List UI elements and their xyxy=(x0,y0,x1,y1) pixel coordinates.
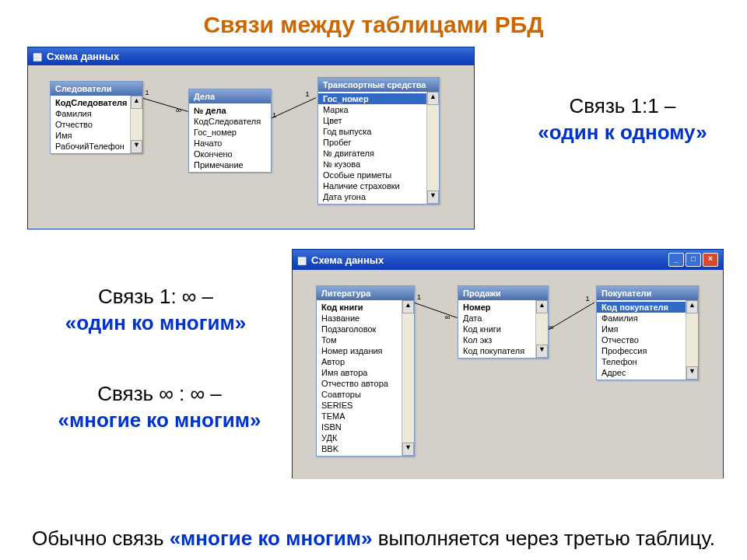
schema-window-2: ▦ Схема данных _ □ × 1 ∞ ∞ 1 Литература … xyxy=(292,249,724,478)
rel-label: 1 xyxy=(145,88,149,96)
field: Код покупателя xyxy=(597,302,686,313)
field: УДК xyxy=(317,432,402,443)
field: КодСледователя xyxy=(189,116,271,127)
table-buyers[interactable]: Покупатели Код покупателя Фамилия Имя От… xyxy=(596,285,699,380)
field: Дата угона xyxy=(318,191,427,202)
field: Номер xyxy=(458,302,536,313)
field: Название xyxy=(317,313,402,324)
scrollbar[interactable]: ▲ ▼ xyxy=(130,96,142,153)
field: Автор xyxy=(317,356,402,367)
field: Код книги xyxy=(317,302,402,313)
field: Код покупателя xyxy=(458,345,536,356)
field: Кол экз xyxy=(458,334,536,345)
app-icon: ▦ xyxy=(297,254,307,266)
field: Имя автора xyxy=(317,367,402,378)
footer-text: выполняется через третью таблицу. xyxy=(373,527,715,550)
footer-note: Обычно связь «многие ко многим» выполняе… xyxy=(0,526,747,552)
field: Примечание xyxy=(189,159,271,170)
rel-label: 1 xyxy=(305,89,310,98)
table-header: Продажи xyxy=(458,286,548,300)
minimize-button[interactable]: _ xyxy=(668,253,684,267)
scroll-down-icon[interactable]: ▼ xyxy=(131,140,142,153)
table-investigators[interactable]: Следователи КодСледователя Фамилия Отчес… xyxy=(50,81,143,154)
caption-manytomany: Связь ∞ : ∞ – «многие ко многим» xyxy=(31,381,288,434)
svg-text:∞: ∞ xyxy=(445,313,451,321)
table-header: Транспортные средства xyxy=(318,78,439,92)
field: Фамилия xyxy=(51,108,131,119)
table-literature[interactable]: Литература Код книги Название Подзаголов… xyxy=(316,285,415,457)
svg-text:∞: ∞ xyxy=(549,323,554,331)
app-icon: ▦ xyxy=(33,51,42,62)
scroll-down-icon[interactable]: ▼ xyxy=(686,366,698,380)
rel-label: 1 xyxy=(272,110,277,119)
table-header: Следователи xyxy=(51,82,142,96)
scrollbar[interactable]: ▲ ▼ xyxy=(686,300,698,380)
field: Отчество xyxy=(51,119,131,130)
caption-text: Связь 1:1 – xyxy=(570,94,676,117)
field: TEMA xyxy=(317,411,402,422)
field: Том xyxy=(317,334,402,345)
field: SERIES xyxy=(317,400,402,411)
window-title: Схема данных xyxy=(47,51,119,62)
scrollbar[interactable]: ▲ ▼ xyxy=(426,92,439,204)
field: Гос_номер xyxy=(318,93,427,104)
caption-text: Связь 1: ∞ – xyxy=(98,285,213,308)
rel-label: ∞ xyxy=(176,106,181,114)
field: № дела xyxy=(189,105,271,116)
svg-line-1 xyxy=(269,98,316,120)
table-cases[interactable]: Дела № дела КодСледователя Гос_номер Нач… xyxy=(188,89,272,173)
window-controls: _ □ × xyxy=(668,253,718,267)
scrollbar[interactable]: ▲ ▼ xyxy=(402,300,414,456)
svg-text:1: 1 xyxy=(417,292,422,301)
svg-line-5 xyxy=(545,303,595,332)
field: Цвет xyxy=(318,115,427,126)
field: Пробег xyxy=(318,137,427,148)
field: Начато xyxy=(189,138,271,149)
field: Адрес xyxy=(597,367,686,378)
scroll-down-icon[interactable]: ▼ xyxy=(427,191,439,204)
field: Окончено xyxy=(189,149,271,159)
svg-text:1: 1 xyxy=(585,294,590,303)
field: № двигателя xyxy=(318,148,427,159)
schema-window-1: ▦ Схема данных 1 ∞ 1 1 Следователи КодСл… xyxy=(27,47,475,229)
field: Марка xyxy=(318,104,427,115)
field: Гос_номер xyxy=(189,127,271,138)
field: Фамилия xyxy=(597,313,686,324)
footer-text: Обычно связь xyxy=(32,527,170,550)
field: ISBN xyxy=(317,422,402,432)
field: № кузова xyxy=(318,159,427,170)
field: Отчество xyxy=(597,334,686,345)
scroll-up-icon[interactable]: ▲ xyxy=(686,300,698,313)
close-button[interactable]: × xyxy=(703,253,718,267)
caption-1to1: Связь 1:1 – «один к одному» xyxy=(514,93,731,146)
scroll-down-icon[interactable]: ▼ xyxy=(536,345,548,358)
caption-text: Связь ∞ : ∞ – xyxy=(97,382,222,405)
field: Имя xyxy=(51,130,131,141)
maximize-button[interactable]: □ xyxy=(686,253,701,267)
field: Профессия xyxy=(597,345,686,356)
scroll-up-icon[interactable]: ▲ xyxy=(536,300,548,313)
field: Имя xyxy=(597,324,686,334)
table-header: Дела xyxy=(189,89,271,103)
caption-1tomany: Связь 1: ∞ – «один ко многим» xyxy=(31,284,280,337)
window-titlebar: ▦ Схема данных xyxy=(28,47,474,65)
table-sales[interactable]: Продажи Номер Дата Код книги Кол экз Код… xyxy=(458,285,549,359)
window-client: 1 ∞ ∞ 1 Литература Код книги Название По… xyxy=(293,270,723,479)
field: КодСледователя xyxy=(51,97,131,108)
footer-highlight: «многие ко многим» xyxy=(170,527,373,550)
field: Год выпуска xyxy=(318,126,427,137)
field: Наличие страховки xyxy=(318,180,427,191)
field: Телефон xyxy=(597,356,686,367)
scroll-up-icon[interactable]: ▲ xyxy=(427,92,439,105)
table-vehicles[interactable]: Транспортные средства Гос_номер Марка Цв… xyxy=(317,77,440,205)
scroll-down-icon[interactable]: ▼ xyxy=(402,443,414,456)
scrollbar[interactable]: ▲ ▼ xyxy=(535,300,548,358)
field: Отчество автора xyxy=(317,378,402,389)
window-title: Схема данных xyxy=(311,254,384,266)
scroll-up-icon[interactable]: ▲ xyxy=(131,96,142,109)
caption-highlight: «один ко многим» xyxy=(65,311,247,334)
scroll-up-icon[interactable]: ▲ xyxy=(402,300,414,313)
field: РабочийТелефон xyxy=(51,141,131,152)
field: Подзаголовок xyxy=(317,324,402,334)
table-header: Литература xyxy=(317,286,414,300)
